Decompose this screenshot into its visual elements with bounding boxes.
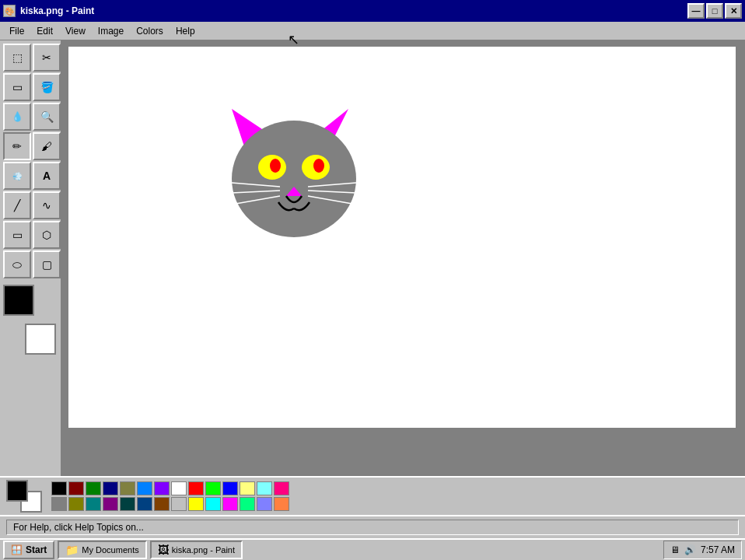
paint-label: kiska.png - Paint [172,545,235,555]
color-swatch[interactable] [240,497,255,511]
start-label: Start [26,544,47,555]
taskbar-time: 7:57 AM [701,544,735,555]
menu-view[interactable]: View [59,24,92,38]
tray-icon-volume: 🔊 [684,544,696,555]
tool-pick-color[interactable]: 💧 [3,103,31,131]
color-swatch[interactable] [171,481,187,495]
menu-file[interactable]: File [3,24,30,38]
taskbar-system-tray: 🖥 🔊 7:57 AM [663,541,742,559]
svg-point-6 [313,159,324,173]
color-swatch[interactable] [257,481,272,495]
menu-bar: File Edit View Image Colors Help ↖ [0,22,745,40]
taskbar-paint[interactable]: 🖼 kiska.png - Paint [150,541,243,559]
color-swatch[interactable] [68,497,84,511]
color-swatch[interactable] [51,481,67,495]
tool-eraser[interactable]: ▭ [3,73,31,101]
svg-point-2 [232,121,356,237]
tool-rectangle[interactable]: ▭ [3,221,31,249]
color-swatch[interactable] [86,481,101,495]
color-swatch[interactable] [205,497,221,511]
close-button[interactable]: ✕ [725,3,742,19]
color-swatch[interactable] [103,497,118,511]
color-swatch[interactable] [103,481,118,495]
tool-brush[interactable]: 🖌 [33,132,61,160]
tray-icon-display: 🖥 [670,544,680,555]
tool-fill[interactable]: 🪣 [33,73,61,101]
taskbar: 🪟 Start 📁 My Documents 🖼 kiska.png - Pai… [0,538,745,560]
color-swatch[interactable] [51,497,67,511]
my-documents-icon: 📁 [65,544,79,556]
svg-point-4 [270,159,281,173]
palette-colors [51,481,289,511]
color-preview [3,285,56,355]
tool-line[interactable]: ╱ [3,191,31,219]
background-color-box[interactable] [25,324,56,355]
selected-foreground-color[interactable] [6,480,28,502]
start-button[interactable]: 🪟 Start [3,541,54,559]
start-icon: 🪟 [11,544,23,555]
maximize-button[interactable]: □ [706,3,723,19]
paint-icon: 🖼 [158,544,169,556]
cat-drawing [224,93,379,249]
color-swatch[interactable] [257,497,272,511]
color-swatch[interactable] [137,481,152,495]
color-palette [0,476,745,515]
color-swatch[interactable] [188,497,204,511]
color-swatch[interactable] [205,481,221,495]
menu-help[interactable]: Help [170,24,201,38]
color-swatch[interactable] [68,481,84,495]
color-swatch[interactable] [120,497,135,511]
status-bar: For Help, click Help Topics on... [0,515,745,538]
minimize-button[interactable]: — [687,3,705,19]
title-icon: 🎨 [3,5,16,17]
color-swatch[interactable] [240,481,255,495]
tool-magnify[interactable]: 🔍 [33,103,61,131]
tool-airbrush[interactable]: 💨 [3,162,31,190]
foreground-color-box[interactable] [3,285,34,316]
color-swatch[interactable] [137,497,152,511]
my-documents-label: My Documents [82,545,138,555]
tool-polygon[interactable]: ⬡ [33,221,61,249]
paint-canvas[interactable] [68,47,736,428]
tool-pencil[interactable]: ✏ [3,132,31,160]
main-area: ⬚ ✂ ▭ 🪣 💧 🔍 ✏ 🖌 💨 A ╱ ∿ ▭ ⬡ ⬭ ▢ [0,40,745,476]
tool-select-rect[interactable]: ⬚ [3,44,31,72]
title-bar: 🎨 kiska.png - Paint — □ ✕ [0,0,745,22]
color-swatch[interactable] [120,481,135,495]
color-swatch[interactable] [222,497,238,511]
color-swatch[interactable] [188,481,204,495]
color-swatch[interactable] [171,497,187,511]
menu-image[interactable]: Image [92,24,130,38]
color-swatch[interactable] [154,497,170,511]
tool-round-rect[interactable]: ▢ [33,250,61,278]
tool-curve[interactable]: ∿ [33,191,61,219]
canvas-area[interactable] [62,40,745,476]
status-text: For Help, click Help Topics on... [6,520,739,535]
title-buttons[interactable]: — □ ✕ [687,3,742,19]
tool-grid: ⬚ ✂ ▭ 🪣 💧 🔍 ✏ 🖌 💨 A ╱ ∿ ▭ ⬡ ⬭ ▢ [3,44,58,278]
tool-text[interactable]: A [33,162,61,190]
color-swatch[interactable] [274,481,289,495]
menu-edit[interactable]: Edit [30,24,59,38]
color-swatch[interactable] [154,481,170,495]
color-swatch[interactable] [222,481,238,495]
color-swatch[interactable] [86,497,101,511]
tool-ellipse[interactable]: ⬭ [3,250,31,278]
selected-colors [6,480,42,513]
menu-colors[interactable]: Colors [130,24,170,38]
color-swatch[interactable] [274,497,289,511]
taskbar-my-documents[interactable]: 📁 My Documents [58,541,146,559]
title-text: kiska.png - Paint [20,5,94,16]
tool-select-free[interactable]: ✂ [33,44,61,72]
toolbar: ⬚ ✂ ▭ 🪣 💧 🔍 ✏ 🖌 💨 A ╱ ∿ ▭ ⬡ ⬭ ▢ [0,40,62,476]
title-left: 🎨 kiska.png - Paint [3,5,94,17]
